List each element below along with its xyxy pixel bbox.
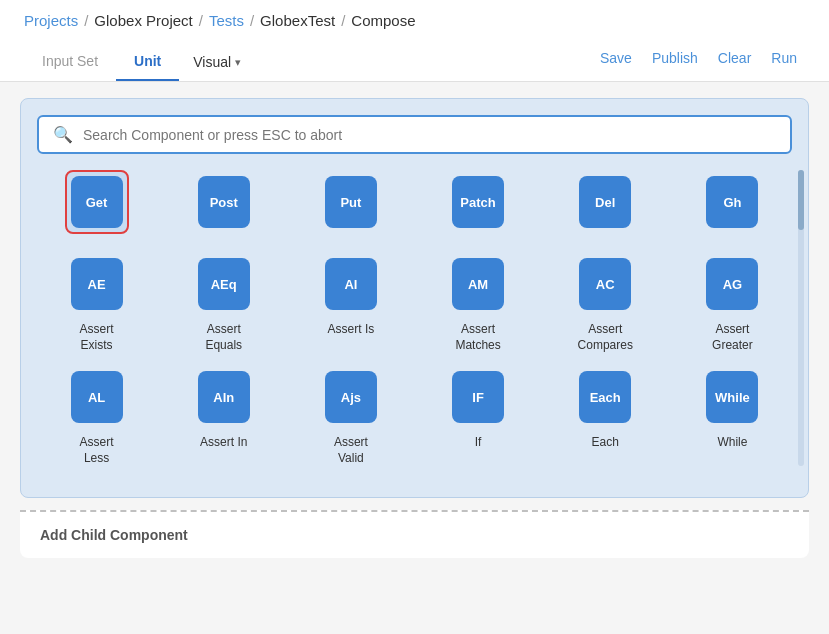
component-btn-github: Gh — [706, 176, 758, 228]
component-btn-wrap-assert-exists: AE — [65, 252, 129, 316]
breadcrumb-project: Globex Project — [94, 12, 192, 29]
component-label-assert-compares: AssertCompares — [578, 322, 633, 353]
component-item-assert-is[interactable]: AIAssert Is — [291, 252, 410, 353]
component-label-assert-in: Assert In — [200, 435, 247, 451]
breadcrumb-sep3: / — [250, 12, 254, 29]
component-item-assert-valid[interactable]: AjsAssertValid — [291, 365, 410, 466]
add-child-label: Add Child Component — [40, 527, 188, 543]
tab-unit[interactable]: Unit — [116, 43, 179, 81]
search-input[interactable] — [83, 127, 776, 143]
component-item-if[interactable]: IFIf — [418, 365, 537, 466]
save-button[interactable]: Save — [600, 50, 632, 66]
breadcrumb-compose: Compose — [351, 12, 415, 29]
breadcrumb-projects[interactable]: Projects — [24, 12, 78, 29]
search-icon: 🔍 — [53, 125, 73, 144]
component-btn-wrap-each: Each — [573, 365, 637, 429]
component-btn-assert-valid: Ajs — [325, 371, 377, 423]
main-content: 🔍 GetPostPutPatchDelGhAEAssertExistsAEqA… — [0, 82, 829, 574]
component-item-delete[interactable]: Del — [546, 170, 665, 240]
component-btn-patch: Patch — [452, 176, 504, 228]
component-btn-assert-matches: AM — [452, 258, 504, 310]
component-btn-assert-compares: AC — [579, 258, 631, 310]
component-panel: 🔍 GetPostPutPatchDelGhAEAssertExistsAEqA… — [20, 98, 809, 498]
component-item-github[interactable]: Gh — [673, 170, 792, 240]
component-item-each[interactable]: EachEach — [546, 365, 665, 466]
breadcrumb-tests[interactable]: Tests — [209, 12, 244, 29]
breadcrumb-sep4: / — [341, 12, 345, 29]
breadcrumb-test: GlobexTest — [260, 12, 335, 29]
component-btn-wrap-assert-in: AIn — [192, 365, 256, 429]
component-btn-wrap-assert-valid: Ajs — [319, 365, 383, 429]
component-btn-wrap-while: While — [700, 365, 764, 429]
component-label-each: Each — [592, 435, 619, 451]
tab-input-set[interactable]: Input Set — [24, 43, 116, 81]
add-child-component: Add Child Component — [20, 510, 809, 558]
scrollbar-track[interactable] — [798, 170, 804, 466]
run-button[interactable]: Run — [771, 50, 797, 66]
component-item-assert-matches[interactable]: AMAssertMatches — [418, 252, 537, 353]
component-label-if: If — [475, 435, 482, 451]
component-btn-wrap-get: Get — [65, 170, 129, 234]
component-btn-wrap-delete: Del — [573, 170, 637, 234]
component-btn-if: IF — [452, 371, 504, 423]
component-btn-assert-greater: AG — [706, 258, 758, 310]
component-btn-wrap-github: Gh — [700, 170, 764, 234]
component-btn-wrap-post: Post — [192, 170, 256, 234]
component-btn-assert-is: AI — [325, 258, 377, 310]
component-btn-wrap-assert-greater: AG — [700, 252, 764, 316]
component-btn-post: Post — [198, 176, 250, 228]
visual-label: Visual — [193, 54, 231, 70]
component-btn-assert-less: AL — [71, 371, 123, 423]
breadcrumb: Projects / Globex Project / Tests / Glob… — [24, 0, 805, 37]
component-btn-assert-exists: AE — [71, 258, 123, 310]
breadcrumb-sep2: / — [199, 12, 203, 29]
toolbar-actions: Save Publish Clear Run — [592, 50, 805, 74]
component-label-assert-greater: AssertGreater — [712, 322, 753, 353]
component-btn-assert-in: AIn — [198, 371, 250, 423]
component-label-assert-matches: AssertMatches — [455, 322, 500, 353]
component-item-assert-compares[interactable]: ACAssertCompares — [546, 252, 665, 353]
visual-dropdown[interactable]: Visual ▾ — [179, 48, 255, 76]
component-btn-wrap-assert-matches: AM — [446, 252, 510, 316]
component-btn-put: Put — [325, 176, 377, 228]
component-btn-while: While — [706, 371, 758, 423]
component-btn-wrap-if: IF — [446, 365, 510, 429]
component-btn-wrap-assert-equals: AEq — [192, 252, 256, 316]
component-btn-wrap-patch: Patch — [446, 170, 510, 234]
component-item-while[interactable]: WhileWhile — [673, 365, 792, 466]
top-bar: Projects / Globex Project / Tests / Glob… — [0, 0, 829, 82]
toolbar: Input Set Unit Visual ▾ Save Publish Cle… — [24, 37, 805, 81]
component-item-assert-in[interactable]: AInAssert In — [164, 365, 283, 466]
component-item-assert-greater[interactable]: AGAssertGreater — [673, 252, 792, 353]
component-item-post[interactable]: Post — [164, 170, 283, 240]
component-btn-wrap-assert-less: AL — [65, 365, 129, 429]
component-label-assert-is: Assert Is — [328, 322, 375, 338]
component-label-assert-exists: AssertExists — [80, 322, 114, 353]
component-item-patch[interactable]: Patch — [418, 170, 537, 240]
chevron-down-icon: ▾ — [235, 56, 241, 69]
component-item-assert-equals[interactable]: AEqAssertEquals — [164, 252, 283, 353]
component-btn-wrap-assert-compares: AC — [573, 252, 637, 316]
search-bar[interactable]: 🔍 — [37, 115, 792, 154]
component-btn-wrap-assert-is: AI — [319, 252, 383, 316]
component-label-assert-equals: AssertEquals — [205, 322, 242, 353]
component-btn-wrap-put: Put — [319, 170, 383, 234]
component-grid: GetPostPutPatchDelGhAEAssertExistsAEqAss… — [37, 170, 792, 466]
publish-button[interactable]: Publish — [652, 50, 698, 66]
component-btn-get: Get — [71, 176, 123, 228]
component-item-assert-exists[interactable]: AEAssertExists — [37, 252, 156, 353]
component-item-put[interactable]: Put — [291, 170, 410, 240]
breadcrumb-sep1: / — [84, 12, 88, 29]
scrollbar-thumb — [798, 170, 804, 230]
component-btn-delete: Del — [579, 176, 631, 228]
component-label-assert-valid: AssertValid — [334, 435, 368, 466]
component-btn-assert-equals: AEq — [198, 258, 250, 310]
component-label-while: While — [717, 435, 747, 451]
component-btn-each: Each — [579, 371, 631, 423]
component-item-assert-less[interactable]: ALAssertLess — [37, 365, 156, 466]
component-label-assert-less: AssertLess — [80, 435, 114, 466]
component-item-get[interactable]: Get — [37, 170, 156, 240]
clear-button[interactable]: Clear — [718, 50, 751, 66]
